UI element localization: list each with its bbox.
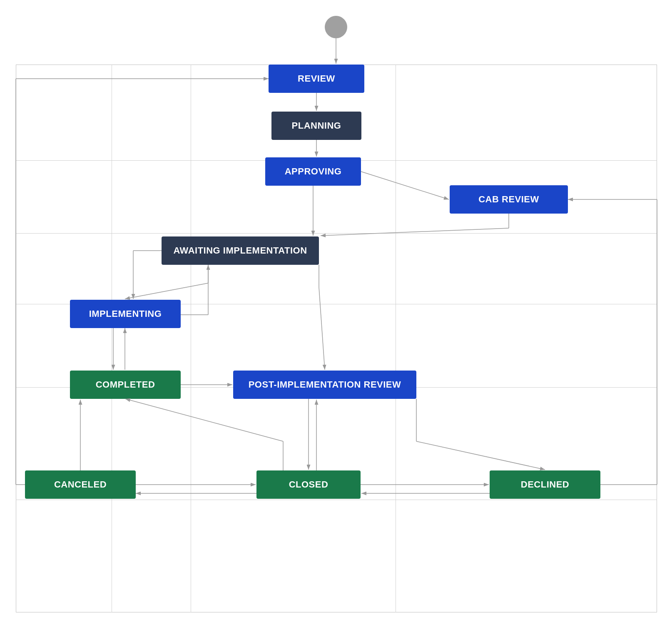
cab-review-node[interactable]: CAB REVIEW: [450, 185, 568, 214]
review-node[interactable]: REVIEW: [269, 65, 364, 93]
start-node: [325, 16, 347, 38]
completed-node[interactable]: COMPLETED: [70, 371, 181, 399]
divider-v3: [396, 65, 396, 612]
planning-node[interactable]: PLANNING: [271, 112, 361, 140]
divider-2: [16, 233, 657, 234]
divider-v1: [112, 65, 112, 612]
awaiting-impl-node[interactable]: AWAITING IMPLEMENTATION: [162, 236, 319, 265]
declined-node[interactable]: DECLINED: [490, 470, 600, 499]
divider-v2: [191, 65, 191, 612]
canceled-node[interactable]: CANCELED: [25, 470, 136, 499]
approving-node[interactable]: APPROVING: [265, 157, 361, 186]
outer-border: [16, 65, 657, 612]
diagram-container: REVIEW PLANNING APPROVING CAB REVIEW AWA…: [0, 0, 672, 627]
implementing-node[interactable]: IMPLEMENTING: [70, 300, 181, 328]
divider-5: [16, 500, 657, 500]
post-impl-node[interactable]: POST-IMPLEMENTATION REVIEW: [233, 371, 416, 399]
closed-node[interactable]: CLOSED: [256, 470, 361, 499]
